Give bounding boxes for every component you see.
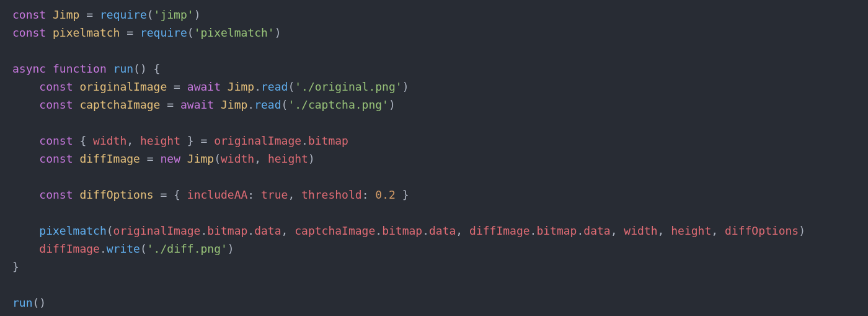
code-token: ( (147, 8, 154, 21)
code-token: ( (140, 242, 147, 255)
code-token: height (140, 134, 180, 147)
code-token: './original.png' (294, 80, 402, 93)
code-line: pixelmatch(originalImage.bitmap.data, ca… (12, 224, 805, 237)
code-token: , (711, 224, 725, 237)
code-token: const (12, 26, 53, 39)
code-token: , (611, 224, 624, 237)
code-token: ) (275, 26, 281, 39)
code-token: () (33, 296, 46, 309)
code-token (12, 224, 39, 237)
code-token: = (120, 26, 140, 39)
code-token: pixelmatch (39, 224, 106, 237)
code-token: captchaImage (79, 98, 160, 111)
code-token: { (79, 134, 93, 147)
code-token: ( (281, 98, 288, 111)
code-token: Jimp (221, 98, 247, 111)
code-token: data (583, 224, 610, 237)
code-token: bitmap (382, 224, 422, 237)
code-token: } (12, 260, 19, 273)
code-token: : (362, 188, 376, 201)
code-token: , (288, 188, 301, 201)
code-token: Jimp (53, 8, 79, 21)
code-token: ) (799, 224, 805, 237)
code-token: ) (389, 98, 396, 111)
code-token: = (160, 98, 180, 111)
code-token: data (429, 224, 456, 237)
code-line: const captchaImage = await Jimp.read('./… (12, 98, 396, 111)
code-token: : (247, 188, 261, 201)
code-token: data (254, 224, 281, 237)
code-token: bitmap (536, 224, 577, 237)
code-token: read (261, 80, 288, 93)
code-line: async function run() { (12, 62, 160, 75)
code-line: const originalImage = await Jimp.read('.… (12, 80, 409, 93)
code-token: diffImage (469, 224, 530, 237)
code-token: , (456, 224, 469, 237)
code-token: write (107, 242, 140, 255)
code-token: width (93, 134, 126, 147)
code-token: = (140, 152, 161, 165)
code-token: bitmap (308, 134, 348, 147)
code-token: . (200, 224, 207, 237)
code-token (12, 152, 39, 165)
code-token: run (113, 62, 134, 75)
code-token: . (254, 80, 261, 93)
code-token: , (658, 224, 671, 237)
code-token: const (39, 188, 79, 201)
code-token: diffImage (39, 242, 100, 255)
code-token: threshold (301, 188, 362, 201)
code-token (12, 98, 39, 111)
code-token: . (301, 134, 308, 147)
code-token: diffOptions (725, 224, 799, 237)
code-line: diffImage.write('./diff.png') (12, 242, 234, 255)
code-token: const (39, 98, 79, 111)
code-content: const Jimp = require('jimp') const pixel… (12, 8, 805, 309)
code-token: } = (180, 134, 214, 147)
code-token: = { (154, 188, 187, 201)
code-token: ) (194, 8, 201, 21)
code-token: ( (187, 26, 194, 39)
code-token (12, 134, 39, 147)
code-token: height (268, 152, 308, 165)
code-token: . (247, 98, 254, 111)
code-token: . (375, 224, 382, 237)
code-token: , (126, 134, 140, 147)
code-token: const (12, 8, 53, 21)
code-token: , (281, 224, 295, 237)
code-token: , (254, 152, 268, 165)
code-token (12, 80, 39, 93)
code-token: require (100, 8, 147, 21)
code-token: Jimp (228, 80, 254, 93)
code-token: () { (133, 62, 160, 75)
code-token: ) (228, 242, 234, 255)
code-block: const Jimp = require('jimp') const pixel… (0, 0, 868, 316)
code-token: const (39, 152, 79, 165)
code-line: const pixelmatch = require('pixelmatch') (12, 26, 281, 39)
code-token: ) (402, 80, 409, 93)
code-token: bitmap (207, 224, 247, 237)
code-token: captchaImage (294, 224, 375, 237)
code-token: includeAA (187, 188, 248, 201)
code-line: run() (12, 296, 46, 309)
code-token: . (422, 224, 429, 237)
code-token: await (187, 80, 228, 93)
code-token: const (39, 80, 79, 93)
code-token: './captcha.png' (288, 98, 389, 111)
code-token: originalImage (113, 224, 201, 237)
code-token: ( (288, 80, 294, 93)
code-token: diffOptions (79, 188, 153, 201)
code-token: async (12, 62, 53, 75)
code-line: const { width, height } = originalImage.… (12, 134, 348, 147)
code-token: await (180, 98, 221, 111)
code-token: } (396, 188, 409, 201)
code-token: read (254, 98, 281, 111)
code-token (12, 188, 39, 201)
code-token: originalImage (214, 134, 301, 147)
code-token: const (39, 134, 79, 147)
code-line: } (12, 260, 19, 273)
code-token: = (79, 8, 100, 21)
code-token: run (12, 296, 33, 309)
code-token: 'jimp' (154, 8, 194, 21)
code-token: ) (308, 152, 315, 165)
code-token: originalImage (79, 80, 167, 93)
